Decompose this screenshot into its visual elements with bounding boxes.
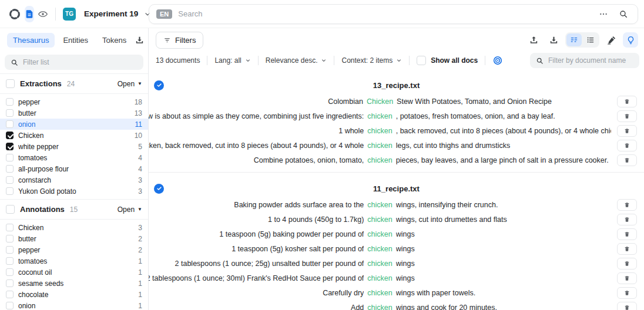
keyword-highlight[interactable]: chicken bbox=[367, 289, 392, 297]
extractions-open-dropdown[interactable]: Open▼ bbox=[118, 80, 142, 88]
delete-line-button[interactable] bbox=[617, 272, 637, 284]
list-item[interactable]: Chicken 3 bbox=[0, 222, 148, 233]
list-item[interactable]: onion 1 bbox=[0, 300, 148, 310]
filters-button[interactable]: Filters bbox=[156, 32, 203, 49]
keyword-highlight[interactable]: chicken bbox=[367, 141, 392, 150]
download-icon[interactable] bbox=[545, 32, 562, 48]
tab-entities[interactable]: Entities bbox=[57, 33, 94, 48]
list-item[interactable]: chocolate 1 bbox=[0, 289, 148, 300]
keyword-highlight[interactable]: chicken bbox=[367, 245, 392, 253]
keyword-highlight[interactable]: chicken bbox=[367, 127, 392, 135]
show-all-docs-checkbox[interactable] bbox=[417, 56, 426, 65]
delete-line-button[interactable] bbox=[617, 243, 637, 255]
list-view-icon[interactable] bbox=[583, 33, 598, 46]
item-checkbox[interactable] bbox=[6, 302, 14, 309]
keyword-highlight[interactable]: chicken bbox=[367, 112, 392, 120]
workspace-name: Experiment 19 bbox=[84, 9, 138, 18]
keyword-highlight[interactable]: chicken bbox=[367, 215, 392, 224]
doc-filter-box[interactable] bbox=[530, 53, 639, 68]
sort-dropdown[interactable]: Relevance desc. bbox=[266, 56, 327, 65]
item-checkbox[interactable] bbox=[6, 143, 14, 150]
document-selected-check-icon[interactable] bbox=[154, 80, 164, 90]
delete-line-button[interactable] bbox=[617, 154, 637, 166]
annotations-open-dropdown[interactable]: Open▼ bbox=[118, 205, 142, 214]
annotations-checkbox[interactable] bbox=[6, 205, 15, 214]
item-checkbox[interactable] bbox=[6, 165, 14, 173]
list-item[interactable]: butter 13 bbox=[0, 107, 148, 119]
item-checkbox[interactable] bbox=[6, 224, 14, 231]
item-checkbox[interactable] bbox=[6, 257, 14, 265]
document-selected-check-icon[interactable] bbox=[154, 184, 164, 194]
eye-icon[interactable] bbox=[38, 6, 48, 22]
item-checkbox[interactable] bbox=[6, 98, 14, 106]
item-checkbox[interactable] bbox=[6, 291, 14, 298]
global-search-input[interactable] bbox=[178, 9, 591, 18]
extractions-checkbox[interactable] bbox=[6, 79, 15, 88]
delete-line-button[interactable] bbox=[617, 214, 637, 225]
tab-thesaurus[interactable]: Thesaurus bbox=[7, 33, 55, 48]
item-checkbox[interactable] bbox=[6, 187, 14, 195]
more-dots-icon[interactable] bbox=[596, 7, 611, 21]
lang-filter-dropdown[interactable]: Lang: all bbox=[214, 56, 250, 65]
download-icon[interactable] bbox=[135, 32, 145, 48]
document-section: 13_recipe.txt Colombian Chicken Stew Wit… bbox=[149, 69, 644, 173]
filter-list-box[interactable] bbox=[5, 55, 143, 70]
filter-list-input[interactable] bbox=[23, 58, 137, 66]
item-checkbox[interactable] bbox=[6, 279, 14, 287]
item-checkbox[interactable] bbox=[6, 132, 14, 139]
delete-line-button[interactable] bbox=[617, 302, 637, 310]
item-checkbox[interactable] bbox=[6, 235, 14, 242]
top-left-cluster: TG Experiment 19 bbox=[8, 6, 149, 22]
list-item[interactable]: butter 2 bbox=[0, 233, 148, 244]
target-icon[interactable] bbox=[492, 55, 503, 66]
context-right: legs, cut into thighs and drumsticks bbox=[396, 141, 611, 150]
list-item[interactable]: tomatoes 1 bbox=[0, 255, 148, 267]
tab-tokens[interactable]: Tokens bbox=[96, 33, 132, 48]
global-search-bar[interactable]: EN bbox=[149, 4, 638, 24]
show-all-docs-toggle[interactable]: Show all docs bbox=[417, 56, 478, 65]
context-dropdown[interactable]: Context: 2 items bbox=[341, 56, 402, 65]
item-checkbox[interactable] bbox=[6, 246, 14, 254]
delete-line-button[interactable] bbox=[617, 125, 637, 137]
keyword-highlight[interactable]: Chicken bbox=[367, 97, 393, 106]
item-checkbox[interactable] bbox=[6, 176, 14, 184]
keyword-highlight[interactable]: chicken bbox=[367, 201, 392, 209]
item-checkbox[interactable] bbox=[6, 268, 14, 276]
list-item[interactable]: pepper 18 bbox=[0, 96, 148, 107]
keyword-highlight[interactable]: chicken bbox=[367, 274, 392, 282]
item-checkbox[interactable] bbox=[6, 120, 14, 128]
delete-line-button[interactable] bbox=[617, 228, 637, 240]
list-item[interactable]: Chicken 10 bbox=[0, 130, 148, 141]
logo-ring-icon[interactable] bbox=[8, 6, 21, 22]
keyword-highlight[interactable]: chicken bbox=[367, 230, 392, 238]
keyword-highlight[interactable]: chicken bbox=[367, 156, 392, 164]
delete-line-button[interactable] bbox=[617, 199, 637, 211]
keyword-highlight[interactable]: chicken bbox=[367, 260, 392, 268]
item-checkbox[interactable] bbox=[6, 154, 14, 161]
section-title: Extractions bbox=[20, 79, 62, 88]
compact-view-icon[interactable] bbox=[566, 33, 582, 46]
document-icon[interactable] bbox=[25, 6, 34, 22]
doc-filter-input[interactable] bbox=[548, 56, 633, 65]
list-item[interactable]: coconut oil 1 bbox=[0, 267, 148, 278]
list-item[interactable]: cornstarch 3 bbox=[0, 174, 148, 186]
delete-line-button[interactable] bbox=[617, 140, 637, 151]
keyword-highlight[interactable]: chicken bbox=[367, 304, 392, 310]
list-item[interactable]: sesame seeds 1 bbox=[0, 278, 148, 289]
list-item[interactable]: white pepper 5 bbox=[0, 141, 148, 152]
delete-line-button[interactable] bbox=[617, 287, 637, 299]
search-icon[interactable] bbox=[616, 7, 630, 21]
item-checkbox[interactable] bbox=[6, 109, 14, 117]
item-count: 1 bbox=[138, 257, 142, 265]
lightbulb-icon[interactable] bbox=[623, 32, 638, 48]
delete-line-button[interactable] bbox=[617, 110, 637, 122]
delete-line-button[interactable] bbox=[617, 258, 637, 269]
highlighter-icon[interactable] bbox=[603, 32, 619, 48]
upload-icon[interactable] bbox=[525, 32, 542, 48]
list-item[interactable]: Yukon Gold potato 3 bbox=[0, 186, 148, 197]
delete-line-button[interactable] bbox=[617, 96, 637, 107]
list-item[interactable]: tomatoes 4 bbox=[0, 152, 148, 163]
list-item[interactable]: onion 11 bbox=[0, 119, 148, 130]
list-item[interactable]: all-purpose flour 4 bbox=[0, 163, 148, 174]
list-item[interactable]: pepper 2 bbox=[0, 244, 148, 255]
